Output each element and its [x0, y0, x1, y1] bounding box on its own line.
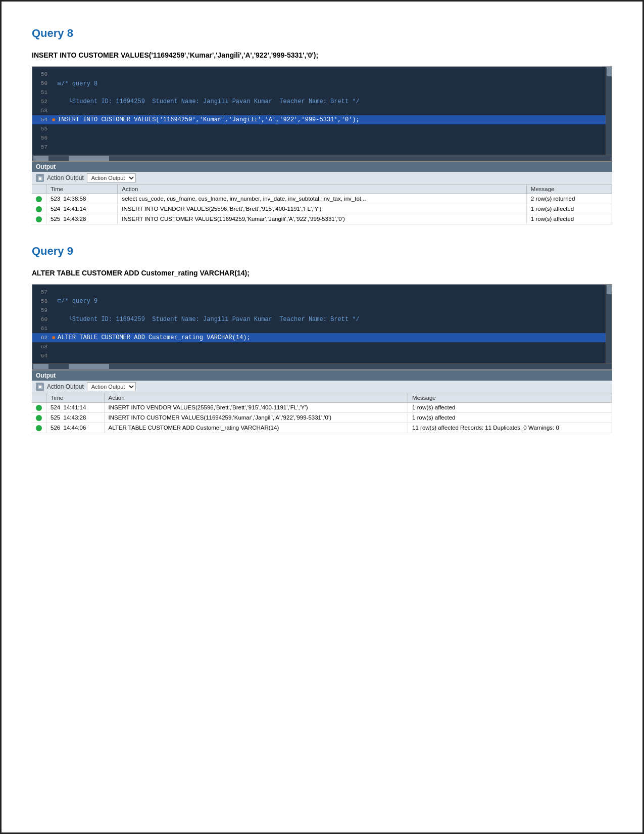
editor-line: 61	[32, 324, 612, 333]
col-status	[32, 184, 46, 194]
editor-line: 52 └Student ID: 11694259 Student Name: J…	[32, 97, 612, 106]
horizontal-scrollbar[interactable]	[32, 155, 612, 161]
row-message: 1 row(s) affected	[408, 412, 612, 423]
horizontal-scrollbar[interactable]	[32, 363, 612, 369]
status-dot	[36, 425, 42, 431]
query9-output-toolbar: ▣ Action Output Action Output	[32, 381, 612, 393]
editor-line: 50 ⊟/* query 8	[32, 79, 612, 88]
editor-line: 64	[32, 351, 612, 360]
action-output-icon: ▣	[36, 383, 44, 391]
row-message: 1 row(s) affected	[526, 214, 612, 224]
row-action: ALTER TABLE CUSTOMER ADD Customer_rating…	[104, 423, 408, 433]
row-action: INSERT INTO CUSTOMER VALUES(11694259,'Ku…	[104, 412, 408, 423]
row-message: 1 row(s) affected	[408, 402, 612, 412]
editor-line: 53	[32, 106, 612, 115]
col-time: Time	[46, 184, 118, 194]
row-action: INSERT INTO VENDOR VALUES(25596,'Brett',…	[118, 204, 526, 214]
editor-line: 60 └Student ID: 11694259 Student Name: J…	[32, 315, 612, 324]
query8-title: Query 8	[32, 27, 612, 40]
query8-section: Query 8 INSERT INTO CUSTOMER VALUES('116…	[32, 27, 612, 224]
editor-line: 59	[32, 306, 612, 315]
row-status	[32, 402, 46, 412]
status-dot	[36, 206, 42, 212]
col-status	[32, 393, 46, 403]
query9-output-bar: Output	[32, 370, 612, 381]
col-message: Message	[408, 393, 612, 403]
row-action: INSERT INTO CUSTOMER VALUES(11694259,'Ku…	[118, 214, 526, 224]
row-message: 2 row(s) returned	[526, 194, 612, 204]
status-dot	[36, 216, 42, 222]
col-message: Message	[526, 184, 612, 194]
vertical-scrollbar[interactable]	[606, 285, 612, 363]
query8-output-toolbar: ▣ Action Output Action Output	[32, 172, 612, 184]
editor-line-active: 62 ● ALTER TABLE CUSTOMER ADD Customer_r…	[32, 333, 612, 342]
query8-code-area[interactable]: 50 50 ⊟/* query 8 51 52 └St	[32, 67, 612, 155]
status-dot	[36, 196, 42, 202]
query9-sql: ALTER TABLE CUSTOMER ADD Customer_rating…	[32, 269, 612, 277]
row-message: 11 row(s) affected Records: 11 Duplicate…	[408, 423, 612, 433]
row-id-time: 524 14:41:14	[46, 402, 105, 412]
col-time: Time	[46, 393, 105, 403]
action-output-label: Action Output	[47, 383, 84, 390]
editor-line: 50	[32, 70, 612, 79]
row-status	[32, 194, 46, 204]
editor-line: 56	[32, 133, 612, 143]
query9-code-area[interactable]: 57 58 ⊟/* query 9 59 60 └St	[32, 285, 612, 363]
col-action: Action	[118, 184, 526, 194]
row-id-time: 525 14:43:28	[46, 412, 105, 423]
query8-sql: INSERT INTO CUSTOMER VALUES('11694259','…	[32, 51, 612, 59]
output-dropdown[interactable]: Action Output	[87, 382, 136, 391]
table-row: 524 14:41:14 INSERT INTO VENDOR VALUES(2…	[32, 204, 612, 214]
page: Query 8 INSERT INTO CUSTOMER VALUES('116…	[0, 0, 644, 834]
editor-line: 57	[32, 143, 612, 152]
editor-line: 55	[32, 124, 612, 133]
status-dot	[36, 415, 42, 421]
query9-output-table: Time Action Message 524 14:41:14 INSERT …	[32, 393, 612, 433]
table-header-row: Time Action Message	[32, 393, 612, 403]
action-output-label: Action Output	[47, 174, 84, 181]
row-status	[32, 423, 46, 433]
row-id-time: 524 14:41:14	[46, 204, 118, 214]
query9-editor: 57 58 ⊟/* query 9 59 60 └St	[32, 284, 612, 370]
table-row: 525 14:43:28 INSERT INTO CUSTOMER VALUES…	[32, 214, 612, 224]
editor-line-active: 54 ● INSERT INTO CUSTOMER VALUES('116942…	[32, 115, 612, 124]
status-dot	[36, 405, 42, 411]
editor-line: 51	[32, 88, 612, 97]
row-id-time: 526 14:44:06	[46, 423, 105, 433]
vertical-scrollbar[interactable]	[606, 67, 612, 155]
query8-output-table: Time Action Message 523 14:38:58 select …	[32, 184, 612, 224]
editor-line: 57	[32, 288, 612, 297]
table-row: 526 14:44:06 ALTER TABLE CUSTOMER ADD Cu…	[32, 423, 612, 433]
row-action: INSERT INTO VENDOR VALUES(25596,'Brett',…	[104, 402, 408, 412]
table-row: 524 14:41:14 INSERT INTO VENDOR VALUES(2…	[32, 402, 612, 412]
action-output-icon: ▣	[36, 174, 44, 182]
editor-line: 63	[32, 342, 612, 351]
table-row: 525 14:43:28 INSERT INTO CUSTOMER VALUES…	[32, 412, 612, 423]
row-status	[32, 204, 46, 214]
row-id-time: 525 14:43:28	[46, 214, 118, 224]
row-status	[32, 214, 46, 224]
editor-line: 58 ⊟/* query 9	[32, 297, 612, 306]
table-header-row: Time Action Message	[32, 184, 612, 194]
query8-editor: 50 50 ⊟/* query 8 51 52 └St	[32, 66, 612, 161]
row-message: 1 row(s) affected	[526, 204, 612, 214]
row-id-time: 523 14:38:58	[46, 194, 118, 204]
row-action: select cus_code, cus_fname, cus_lname, i…	[118, 194, 526, 204]
query9-title: Query 9	[32, 245, 612, 258]
col-action: Action	[104, 393, 408, 403]
query8-output-bar: Output	[32, 161, 612, 172]
row-status	[32, 412, 46, 423]
output-dropdown[interactable]: Action Output	[87, 173, 136, 182]
query9-section: Query 9 ALTER TABLE CUSTOMER ADD Custome…	[32, 245, 612, 433]
table-row: 523 14:38:58 select cus_code, cus_fname,…	[32, 194, 612, 204]
